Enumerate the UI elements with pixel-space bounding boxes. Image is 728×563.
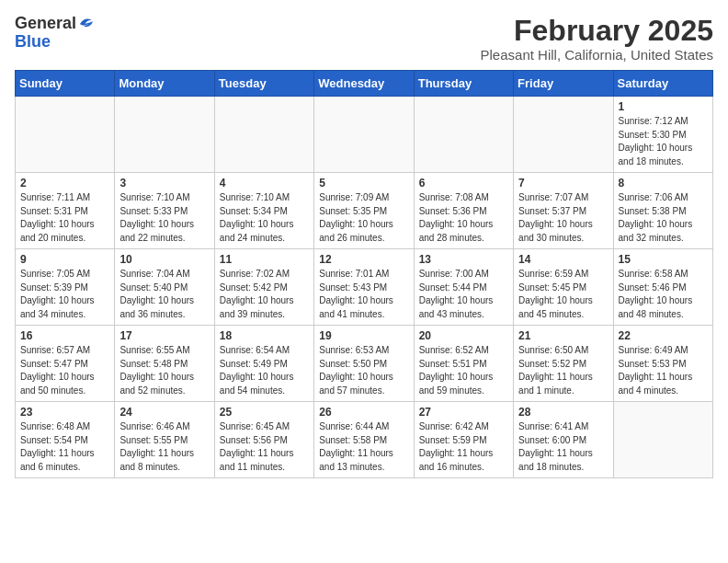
calendar-cell: 2Sunrise: 7:11 AM Sunset: 5:31 PM Daylig… bbox=[16, 173, 115, 249]
calendar-cell: 21Sunrise: 6:50 AM Sunset: 5:52 PM Dayli… bbox=[514, 326, 613, 402]
day-number: 8 bbox=[619, 177, 708, 190]
weekday-header-friday: Friday bbox=[514, 71, 613, 97]
calendar-cell: 18Sunrise: 6:54 AM Sunset: 5:49 PM Dayli… bbox=[214, 326, 313, 402]
day-number: 19 bbox=[319, 329, 408, 342]
day-number: 9 bbox=[20, 253, 109, 266]
day-number: 24 bbox=[119, 406, 209, 419]
day-number: 22 bbox=[619, 329, 708, 342]
calendar-cell: 1Sunrise: 7:12 AM Sunset: 5:30 PM Daylig… bbox=[613, 97, 712, 173]
day-number: 13 bbox=[419, 253, 508, 266]
day-number: 18 bbox=[220, 329, 309, 342]
day-info: Sunrise: 6:54 AM Sunset: 5:49 PM Dayligh… bbox=[220, 344, 309, 397]
weekday-header-monday: Monday bbox=[115, 71, 214, 97]
day-info: Sunrise: 6:55 AM Sunset: 5:48 PM Dayligh… bbox=[119, 344, 209, 397]
calendar-cell bbox=[214, 97, 313, 173]
day-info: Sunrise: 6:49 AM Sunset: 5:53 PM Dayligh… bbox=[619, 344, 708, 397]
day-info: Sunrise: 6:50 AM Sunset: 5:52 PM Dayligh… bbox=[518, 344, 608, 397]
calendar-cell bbox=[613, 402, 712, 478]
day-info: Sunrise: 7:10 AM Sunset: 5:34 PM Dayligh… bbox=[220, 191, 309, 245]
day-number: 14 bbox=[518, 253, 608, 266]
day-number: 2 bbox=[20, 177, 109, 190]
calendar-cell bbox=[514, 97, 613, 173]
calendar-cell: 11Sunrise: 7:02 AM Sunset: 5:42 PM Dayli… bbox=[214, 249, 313, 326]
day-number: 6 bbox=[419, 177, 508, 190]
day-number: 25 bbox=[220, 406, 309, 419]
day-info: Sunrise: 7:05 AM Sunset: 5:39 PM Dayligh… bbox=[20, 268, 109, 321]
day-info: Sunrise: 7:12 AM Sunset: 5:30 PM Dayligh… bbox=[619, 115, 708, 168]
weekday-header-tuesday: Tuesday bbox=[214, 71, 313, 97]
day-info: Sunrise: 7:00 AM Sunset: 5:44 PM Dayligh… bbox=[419, 268, 508, 321]
calendar-cell: 7Sunrise: 7:07 AM Sunset: 5:37 PM Daylig… bbox=[514, 173, 613, 249]
calendar-cell: 10Sunrise: 7:04 AM Sunset: 5:40 PM Dayli… bbox=[115, 249, 214, 326]
weekday-header-wednesday: Wednesday bbox=[314, 71, 414, 97]
calendar-week-row: 1Sunrise: 7:12 AM Sunset: 5:30 PM Daylig… bbox=[16, 97, 713, 173]
day-info: Sunrise: 7:07 AM Sunset: 5:37 PM Dayligh… bbox=[518, 191, 608, 245]
calendar-cell: 23Sunrise: 6:48 AM Sunset: 5:54 PM Dayli… bbox=[16, 402, 115, 478]
day-number: 20 bbox=[419, 329, 508, 342]
calendar-cell bbox=[16, 97, 115, 173]
weekday-header-saturday: Saturday bbox=[613, 71, 712, 97]
calendar-cell bbox=[414, 97, 513, 173]
day-number: 1 bbox=[619, 100, 708, 113]
location-title: Pleasant Hill, California, United States bbox=[481, 47, 713, 63]
calendar-cell: 20Sunrise: 6:52 AM Sunset: 5:51 PM Dayli… bbox=[414, 326, 513, 402]
calendar-cell: 19Sunrise: 6:53 AM Sunset: 5:50 PM Dayli… bbox=[314, 326, 414, 402]
logo-general-text: General bbox=[15, 14, 76, 32]
day-number: 10 bbox=[119, 253, 209, 266]
day-info: Sunrise: 6:44 AM Sunset: 5:58 PM Dayligh… bbox=[319, 420, 408, 474]
day-info: Sunrise: 6:57 AM Sunset: 5:47 PM Dayligh… bbox=[20, 344, 109, 397]
calendar-cell: 16Sunrise: 6:57 AM Sunset: 5:47 PM Dayli… bbox=[16, 326, 115, 402]
calendar-cell: 13Sunrise: 7:00 AM Sunset: 5:44 PM Dayli… bbox=[414, 249, 513, 326]
calendar-cell bbox=[115, 97, 214, 173]
day-number: 4 bbox=[220, 177, 309, 190]
day-number: 5 bbox=[319, 177, 408, 190]
calendar-week-row: 9Sunrise: 7:05 AM Sunset: 5:39 PM Daylig… bbox=[16, 249, 713, 326]
calendar-cell: 15Sunrise: 6:58 AM Sunset: 5:46 PM Dayli… bbox=[613, 249, 712, 326]
calendar-cell: 22Sunrise: 6:49 AM Sunset: 5:53 PM Dayli… bbox=[613, 326, 712, 402]
calendar-week-row: 16Sunrise: 6:57 AM Sunset: 5:47 PM Dayli… bbox=[16, 326, 713, 402]
day-number: 26 bbox=[319, 406, 408, 419]
calendar-cell: 6Sunrise: 7:08 AM Sunset: 5:36 PM Daylig… bbox=[414, 173, 513, 249]
day-info: Sunrise: 7:04 AM Sunset: 5:40 PM Dayligh… bbox=[119, 268, 209, 321]
calendar-cell: 3Sunrise: 7:10 AM Sunset: 5:33 PM Daylig… bbox=[115, 173, 214, 249]
day-number: 21 bbox=[518, 329, 608, 342]
day-info: Sunrise: 6:45 AM Sunset: 5:56 PM Dayligh… bbox=[220, 420, 309, 474]
calendar-cell bbox=[314, 97, 414, 173]
day-number: 12 bbox=[319, 253, 408, 266]
day-info: Sunrise: 6:52 AM Sunset: 5:51 PM Dayligh… bbox=[419, 344, 508, 397]
calendar-cell: 17Sunrise: 6:55 AM Sunset: 5:48 PM Dayli… bbox=[115, 326, 214, 402]
month-title: February 2025 bbox=[481, 15, 713, 47]
day-number: 27 bbox=[419, 406, 508, 419]
title-area: February 2025 Pleasant Hill, California,… bbox=[481, 15, 713, 63]
calendar-cell: 5Sunrise: 7:09 AM Sunset: 5:35 PM Daylig… bbox=[314, 173, 414, 249]
calendar-cell: 26Sunrise: 6:44 AM Sunset: 5:58 PM Dayli… bbox=[314, 402, 414, 478]
calendar-cell: 8Sunrise: 7:06 AM Sunset: 5:38 PM Daylig… bbox=[613, 173, 712, 249]
day-info: Sunrise: 6:46 AM Sunset: 5:55 PM Dayligh… bbox=[119, 420, 209, 474]
day-info: Sunrise: 6:59 AM Sunset: 5:45 PM Dayligh… bbox=[518, 268, 608, 321]
day-info: Sunrise: 6:48 AM Sunset: 5:54 PM Dayligh… bbox=[20, 420, 109, 474]
calendar-week-row: 23Sunrise: 6:48 AM Sunset: 5:54 PM Dayli… bbox=[16, 402, 713, 478]
day-number: 28 bbox=[518, 406, 608, 419]
logo-bird-icon bbox=[78, 17, 95, 30]
calendar-cell: 12Sunrise: 7:01 AM Sunset: 5:43 PM Dayli… bbox=[314, 249, 414, 326]
calendar-cell: 27Sunrise: 6:42 AM Sunset: 5:59 PM Dayli… bbox=[414, 402, 513, 478]
page-header: General Blue February 2025 Pleasant Hill… bbox=[15, 15, 713, 63]
day-info: Sunrise: 7:08 AM Sunset: 5:36 PM Dayligh… bbox=[419, 191, 508, 245]
weekday-header-sunday: Sunday bbox=[16, 71, 115, 97]
calendar-week-row: 2Sunrise: 7:11 AM Sunset: 5:31 PM Daylig… bbox=[16, 173, 713, 249]
calendar-cell: 24Sunrise: 6:46 AM Sunset: 5:55 PM Dayli… bbox=[115, 402, 214, 478]
day-info: Sunrise: 6:42 AM Sunset: 5:59 PM Dayligh… bbox=[419, 420, 508, 474]
day-number: 7 bbox=[518, 177, 608, 190]
day-info: Sunrise: 6:58 AM Sunset: 5:46 PM Dayligh… bbox=[619, 268, 708, 321]
logo-blue-text: Blue bbox=[15, 32, 51, 51]
day-info: Sunrise: 6:53 AM Sunset: 5:50 PM Dayligh… bbox=[319, 344, 408, 397]
calendar-cell: 25Sunrise: 6:45 AM Sunset: 5:56 PM Dayli… bbox=[214, 402, 313, 478]
day-info: Sunrise: 7:09 AM Sunset: 5:35 PM Dayligh… bbox=[319, 191, 408, 245]
day-number: 15 bbox=[619, 253, 708, 266]
day-number: 11 bbox=[220, 253, 309, 266]
calendar-cell: 9Sunrise: 7:05 AM Sunset: 5:39 PM Daylig… bbox=[16, 249, 115, 326]
calendar-cell: 28Sunrise: 6:41 AM Sunset: 6:00 PM Dayli… bbox=[514, 402, 613, 478]
calendar-table: SundayMondayTuesdayWednesdayThursdayFrid… bbox=[15, 70, 713, 478]
day-number: 17 bbox=[119, 329, 209, 342]
calendar-header-row: SundayMondayTuesdayWednesdayThursdayFrid… bbox=[16, 71, 713, 97]
